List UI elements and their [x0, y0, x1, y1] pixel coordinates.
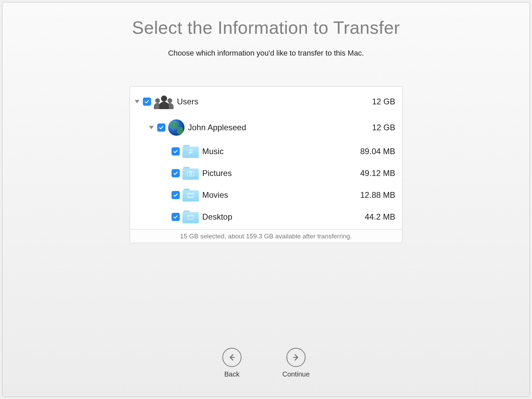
continue-button[interactable]: Continue: [282, 348, 310, 378]
page-subtitle: Choose which information you'd like to t…: [2, 49, 530, 58]
back-label: Back: [224, 370, 239, 378]
checkmark-icon: [173, 149, 178, 154]
tree-row-user[interactable]: John Appleseed 12 GB: [130, 115, 402, 141]
disclosure-triangle-icon[interactable]: [149, 126, 154, 129]
transfer-panel: Users 12 GB John Appleseed 12 GB: [130, 86, 402, 243]
checkmark-icon: [144, 99, 150, 104]
user-avatar-icon: [168, 119, 184, 136]
pictures-folder-icon: [182, 167, 199, 180]
tree-label: Music: [202, 147, 360, 156]
arrow-right-icon: [286, 348, 306, 367]
tree-size: 12.88 MB: [360, 190, 395, 200]
tree-label: Movies: [202, 190, 360, 200]
back-button[interactable]: Back: [222, 348, 241, 378]
checkmark-icon: [173, 192, 178, 198]
tree-label: Desktop: [202, 212, 365, 222]
tree-label: John Appleseed: [188, 123, 372, 132]
tree-row-pictures[interactable]: Pictures 49.12 MB: [130, 162, 402, 184]
status-bar: 15 GB selected, about 159.3 GB available…: [130, 229, 402, 243]
checkbox-movies[interactable]: [172, 191, 180, 199]
tree-size: 12 GB: [372, 123, 395, 132]
checkmark-icon: [173, 214, 178, 220]
checkbox-users[interactable]: [143, 98, 151, 106]
checkbox-desktop[interactable]: [172, 213, 180, 221]
svg-rect-0: [187, 172, 194, 176]
tree-row-desktop[interactable]: Desktop 44.2 MB: [130, 206, 402, 228]
svg-point-1: [190, 173, 192, 175]
tree-label: Pictures: [202, 168, 360, 178]
checkmark-icon: [173, 171, 178, 176]
migration-assistant-window: Select the Information to Transfer Choos…: [2, 2, 530, 397]
tree-label: Users: [177, 97, 372, 106]
checkmark-icon: [159, 125, 164, 130]
users-group-icon: [154, 94, 174, 109]
movies-folder-icon: [182, 189, 199, 202]
checkbox-user[interactable]: [157, 123, 165, 132]
tree-row-users[interactable]: Users 12 GB: [130, 89, 402, 115]
svg-rect-3: [188, 193, 194, 198]
checkbox-music[interactable]: [172, 147, 180, 156]
tree-size: 44.2 MB: [365, 212, 395, 222]
tree-size: 49.12 MB: [360, 168, 395, 178]
music-folder-icon: [182, 145, 199, 158]
tree-row-music[interactable]: Music 89.04 MB: [130, 141, 402, 162]
tree-row-movies[interactable]: Movies 12.88 MB: [130, 184, 402, 206]
svg-rect-2: [189, 171, 192, 172]
continue-label: Continue: [282, 370, 310, 378]
checkbox-pictures[interactable]: [172, 169, 180, 177]
arrow-left-icon: [222, 348, 241, 367]
tree-size: 12 GB: [372, 97, 395, 106]
svg-rect-12: [188, 215, 193, 219]
nav-footer: Back Continue: [2, 348, 530, 378]
desktop-folder-icon: [182, 210, 199, 223]
page-title: Select the Information to Transfer: [2, 17, 530, 38]
source-tree[interactable]: Users 12 GB John Appleseed 12 GB: [130, 87, 402, 229]
tree-size: 89.04 MB: [360, 147, 395, 156]
disclosure-triangle-icon[interactable]: [135, 100, 139, 103]
